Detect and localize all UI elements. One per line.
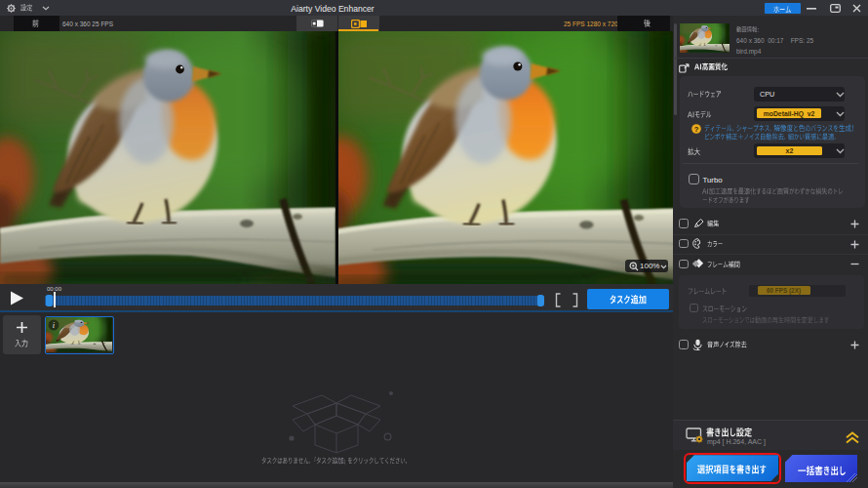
svg-text:?: ?: [693, 124, 698, 133]
